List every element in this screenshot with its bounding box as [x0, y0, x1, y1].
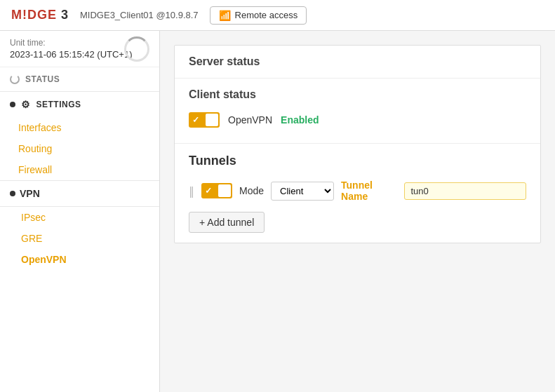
tunnel-row: ‖ ✓ Mode Client Server Tunnel: [189, 180, 526, 202]
tunnel-toggle-track: ✓: [201, 183, 232, 198]
remote-access-label: Remote access: [235, 10, 298, 20]
tunnels-section: Tunnels ‖ ✓ Mode Client Server: [175, 144, 540, 243]
sidebar-item-firewall[interactable]: Firewall: [0, 159, 159, 180]
toggle-thumb: [206, 114, 218, 126]
sidebar-item-gre[interactable]: GRE: [0, 228, 159, 249]
sidebar-item-interfaces[interactable]: Interfaces: [0, 117, 159, 138]
main-layout: Unit time: 2023-11-06 15:15:42 (UTC+1) S…: [0, 31, 555, 392]
tunnel-name-input[interactable]: [404, 182, 526, 200]
openvpn-label: OpenVPN: [228, 114, 272, 126]
mode-select[interactable]: Client Server: [271, 182, 334, 201]
server-status-title: Server status: [175, 46, 540, 79]
add-tunnel-label: + Add tunnel: [199, 217, 254, 228]
add-tunnel-button[interactable]: + Add tunnel: [189, 212, 265, 233]
settings-label: SETTINGS: [36, 100, 81, 109]
logo: M!DGE 3: [11, 8, 69, 22]
toggle-track: ✓: [189, 112, 220, 128]
content-panel: Server status Client status ✓ OpenVPN En…: [174, 45, 541, 243]
unit-time-box: Unit time: 2023-11-06 15:15:42 (UTC+1): [0, 31, 159, 67]
toggle-check-icon: ✓: [192, 115, 199, 125]
sidebar-nav: STATUS ⚙ SETTINGS Interfaces Routing Fir…: [0, 67, 159, 392]
mode-label: Mode: [239, 185, 264, 196]
sidebar-item-routing[interactable]: Routing: [0, 138, 159, 159]
client-status-title: Client status: [189, 88, 526, 101]
status-section-header[interactable]: STATUS: [0, 67, 159, 91]
status-section: STATUS: [0, 67, 159, 92]
settings-dot: [10, 102, 15, 107]
openvpn-toggle[interactable]: ✓: [189, 112, 220, 128]
tunnel-toggle-check-icon: ✓: [205, 186, 212, 196]
wifi-icon: 📶: [219, 10, 231, 21]
settings-section-header[interactable]: ⚙ SETTINGS: [0, 92, 159, 117]
tunnels-title: Tunnels: [189, 154, 526, 168]
openvpn-row: ✓ OpenVPN Enabled: [189, 112, 526, 128]
client-status-section: Client status ✓ OpenVPN Enabled: [175, 79, 540, 144]
logo-three: 3: [61, 8, 69, 22]
header: M!DGE 3 MIDGE3_Client01 @10.9.8.7 📶 Remo…: [0, 0, 555, 31]
main-content: Server status Client status ✓ OpenVPN En…: [160, 31, 555, 392]
sidebar-item-ipsec[interactable]: IPsec: [0, 207, 159, 228]
status-label: STATUS: [25, 74, 60, 84]
remote-access-button[interactable]: 📶 Remote access: [210, 6, 307, 25]
gear-icon: ⚙: [21, 99, 31, 110]
tunnel-toggle[interactable]: ✓: [201, 183, 232, 198]
sidebar-item-openvpn[interactable]: OpenVPN: [0, 249, 159, 270]
vpn-label: VPN: [20, 188, 40, 199]
vpn-dot: [10, 191, 15, 196]
logo-text: M!DGE: [11, 8, 61, 22]
sidebar: Unit time: 2023-11-06 15:15:42 (UTC+1) S…: [0, 31, 160, 392]
settings-section: ⚙ SETTINGS Interfaces Routing Firewall: [0, 92, 159, 181]
status-icon: [10, 74, 20, 84]
tunnel-toggle-thumb: [218, 184, 231, 197]
drag-handle-icon[interactable]: ‖: [189, 184, 194, 198]
device-name: MIDGE3_Client01 @10.9.8.7: [80, 10, 199, 20]
vpn-section-header[interactable]: VPN: [0, 181, 159, 207]
unit-time-circle-icon: [124, 36, 149, 62]
enabled-label: Enabled: [281, 114, 319, 126]
tunnel-name-label: Tunnel Name: [341, 180, 397, 202]
